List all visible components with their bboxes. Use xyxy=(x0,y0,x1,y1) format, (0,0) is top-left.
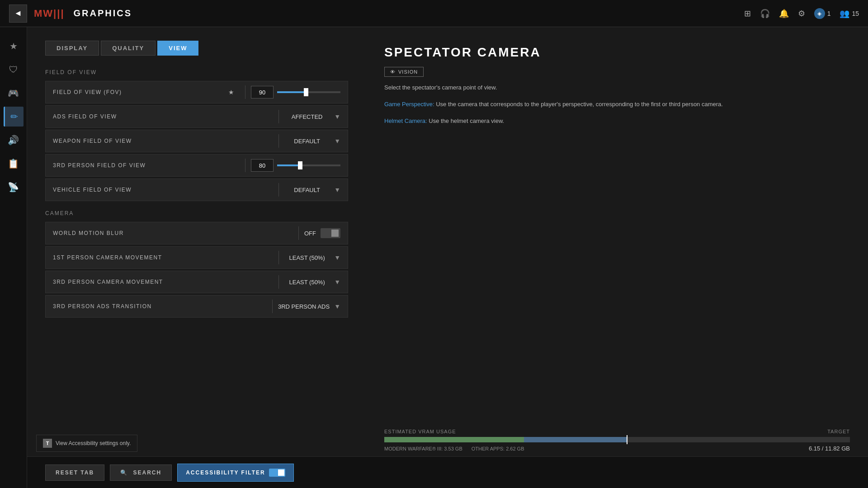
ads-transition-dropdown-arrow: ▼ xyxy=(334,303,340,310)
vram-total: 6.15 / 11.82 GB xyxy=(809,445,850,452)
vram-mw-label: MODERN WARFARE® III: 3.53 GB xyxy=(384,446,462,451)
friends-icon[interactable]: 👥 15 xyxy=(840,9,859,19)
friends-count: 15 xyxy=(852,10,859,17)
accessibility-notice-text: View Accessibility settings only. xyxy=(56,440,131,446)
sidebar-item-controller[interactable]: 🛡 xyxy=(4,60,24,80)
vram-other-label: OTHER APPS: 2.62 GB xyxy=(472,446,524,451)
vram-bar xyxy=(384,437,850,442)
tab-display[interactable]: DISPLAY xyxy=(45,41,99,56)
sidebar-item-graphics[interactable]: ✏ xyxy=(4,107,24,127)
vram-label: ESTIMATED VRAM USAGE xyxy=(384,429,456,434)
3rd-fov-value[interactable]: 80 xyxy=(251,159,274,172)
sidebar-item-network[interactable]: 📡 xyxy=(4,177,24,197)
tab-view[interactable]: VIEW xyxy=(157,41,198,56)
fov-slider-thumb xyxy=(304,88,308,96)
1st-camera-dropdown-arrow: ▼ xyxy=(334,254,340,261)
detail-desc-2: Use the helmet camera view. xyxy=(429,117,504,124)
divider xyxy=(245,159,245,172)
tab-quality[interactable]: QUALITY xyxy=(101,41,156,56)
level-number: 1 xyxy=(827,10,831,17)
toggle-knob xyxy=(331,230,339,237)
fov-slider-fill xyxy=(277,91,304,93)
notice-icon: T xyxy=(43,439,52,448)
fov-label: FIELD OF VIEW (FOV) xyxy=(53,89,228,95)
setting-fov[interactable]: FIELD OF VIEW (FOV) ★ 90 xyxy=(45,81,348,103)
sidebar-item-favorites[interactable]: ★ xyxy=(4,36,24,56)
vram-bar-mw xyxy=(384,437,524,442)
3rd-fov-slider-container: 80 xyxy=(251,159,340,172)
vision-badge: 👁 VISION xyxy=(384,67,424,77)
vram-section: ESTIMATED VRAM USAGE TARGET MODERN WARFA… xyxy=(384,429,850,452)
sidebar-item-keybinds[interactable]: 🎮 xyxy=(4,83,24,103)
1st-camera-value: LEAST (50%) xyxy=(284,254,330,261)
accessibility-toggle[interactable] xyxy=(269,469,285,477)
motion-blur-label: WORLD MOTION BLUR xyxy=(53,230,293,236)
vram-labels: MODERN WARFARE® III: 3.53 GB OTHER APPS:… xyxy=(384,446,524,451)
3rd-camera-value: LEAST (50%) xyxy=(284,279,330,286)
grid-icon[interactable]: ⊞ xyxy=(744,9,751,19)
vehicle-fov-value: DEFAULT xyxy=(284,187,330,193)
ads-fov-label: ADS FIELD OF VIEW xyxy=(53,113,273,120)
setting-1st-camera[interactable]: 1ST PERSON CAMERA MOVEMENT LEAST (50%) ▼ xyxy=(45,246,348,269)
3rd-fov-label: 3RD PERSON FIELD OF VIEW xyxy=(53,162,240,169)
3rd-camera-label: 3RD PERSON CAMERA MOVEMENT xyxy=(53,279,273,285)
top-bar: ◄ MW||| GRAPHICS ⊞ 🎧 🔔 ⚙ ◈ 1 👥 15 xyxy=(0,0,868,27)
search-button[interactable]: 🔍 SEARCH xyxy=(110,465,172,481)
detail-term-1: Game Perspective: xyxy=(384,101,434,108)
page-title: GRAPHICS xyxy=(74,8,132,19)
1st-camera-label: 1ST PERSON CAMERA MOVEMENT xyxy=(53,254,273,261)
info-detail-1: Game Perspective: Use the camera that co… xyxy=(384,100,850,109)
ads-fov-dropdown-arrow: ▼ xyxy=(334,113,340,120)
motion-blur-value: OFF xyxy=(304,230,316,237)
level-badge: ◈ 1 xyxy=(814,8,831,19)
divider xyxy=(278,183,279,197)
3rd-camera-dropdown-arrow: ▼ xyxy=(334,278,340,286)
setting-3rd-person-fov[interactable]: 3RD PERSON FIELD OF VIEW 80 xyxy=(45,154,348,177)
accessibility-filter-button[interactable]: ACCESSIBILITY FILTER xyxy=(177,464,294,482)
gear-icon[interactable]: ⚙ xyxy=(798,9,805,19)
logo-area: MW||| GRAPHICS xyxy=(34,8,132,19)
accessibility-notice: T View Accessibility settings only. xyxy=(36,435,137,452)
setting-3rd-camera[interactable]: 3RD PERSON CAMERA MOVEMENT LEAST (50%) ▼ xyxy=(45,271,348,293)
camera-section-title: CAMERA xyxy=(45,210,348,216)
detail-term-2: Helmet Camera: xyxy=(384,117,427,124)
back-button[interactable]: ◄ xyxy=(9,5,27,23)
divider xyxy=(278,275,279,289)
weapon-fov-label: WEAPON FIELD OF VIEW xyxy=(53,138,273,144)
fov-star[interactable]: ★ xyxy=(228,89,234,96)
divider xyxy=(245,85,245,99)
detail-desc-1: Use the camera that corresponds to the p… xyxy=(436,101,723,108)
vram-target-line xyxy=(627,435,627,444)
sidebar-item-account[interactable]: 📋 xyxy=(4,154,24,174)
search-icon: 🔍 xyxy=(120,469,128,476)
left-sidebar: ★ 🛡 🎮 ✏ 🔊 📋 📡 xyxy=(0,27,27,488)
top-right-icons: ⊞ 🎧 🔔 ⚙ ◈ 1 👥 15 xyxy=(744,8,859,19)
setting-ads-transition[interactable]: 3RD PERSON ADS TRANSITION 3RD PERSON ADS… xyxy=(45,295,348,318)
setting-weapon-fov[interactable]: WEAPON FIELD OF VIEW DEFAULT ▼ xyxy=(45,130,348,152)
main-content: DISPLAY QUALITY VIEW FIELD OF VIEW FIELD… xyxy=(27,27,868,488)
motion-blur-toggle-container: OFF xyxy=(304,228,340,238)
3rd-fov-slider-track[interactable] xyxy=(277,164,340,166)
level-icon: ◈ xyxy=(814,8,825,19)
motion-blur-toggle[interactable] xyxy=(321,228,340,238)
3rd-fov-slider-thumb xyxy=(298,161,302,169)
setting-vehicle-fov[interactable]: VEHICLE FIELD OF VIEW DEFAULT ▼ xyxy=(45,178,348,201)
fov-slider-container: 90 xyxy=(251,86,340,99)
bell-icon[interactable]: 🔔 xyxy=(779,9,789,19)
divider xyxy=(278,251,279,264)
ads-fov-value: AFFECTED xyxy=(284,113,330,120)
vehicle-fov-label: VEHICLE FIELD OF VIEW xyxy=(53,187,273,193)
setting-ads-fov[interactable]: ADS FIELD OF VIEW AFFECTED ▼ xyxy=(45,105,348,128)
divider xyxy=(298,226,299,240)
3rd-fov-slider-fill xyxy=(277,164,298,166)
reset-tab-button[interactable]: RESET TAB xyxy=(45,465,104,481)
fov-slider-track[interactable] xyxy=(277,91,340,93)
setting-motion-blur[interactable]: WORLD MOTION BLUR OFF xyxy=(45,222,348,244)
ads-transition-label: 3RD PERSON ADS TRANSITION xyxy=(53,303,267,310)
tab-row: DISPLAY QUALITY VIEW xyxy=(45,41,348,56)
info-panel: SPECTATOR CAMERA 👁 VISION Select the spe… xyxy=(366,27,868,488)
fov-value[interactable]: 90 xyxy=(251,86,274,99)
ads-transition-value: 3RD PERSON ADS xyxy=(278,303,330,310)
sidebar-item-audio[interactable]: 🔊 xyxy=(4,130,24,150)
headset-icon[interactable]: 🎧 xyxy=(760,9,770,19)
